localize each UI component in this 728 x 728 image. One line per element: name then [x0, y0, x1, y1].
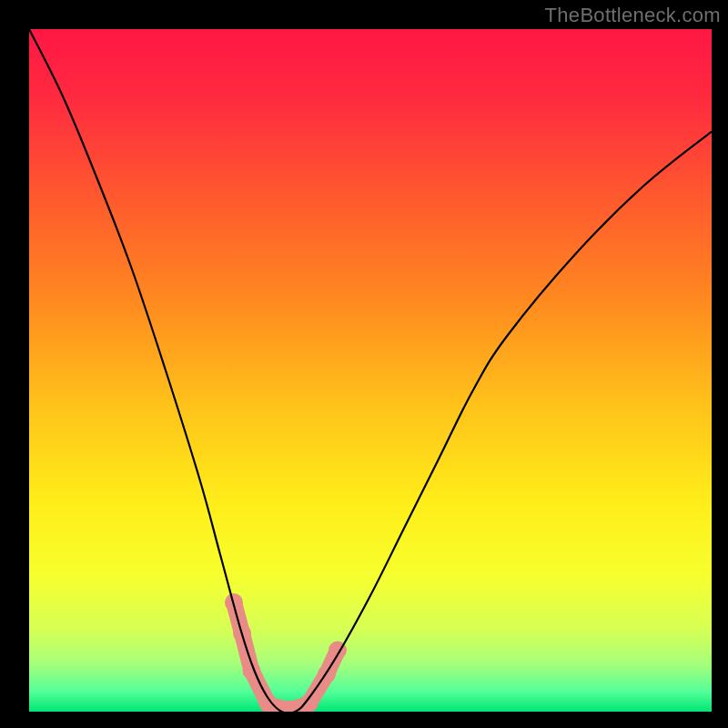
bottleneck-chart: [0, 0, 728, 728]
gradient-background: [29, 29, 712, 712]
watermark-text: TheBottleneck.com: [545, 4, 721, 27]
chart-frame: TheBottleneck.com: [0, 0, 728, 728]
